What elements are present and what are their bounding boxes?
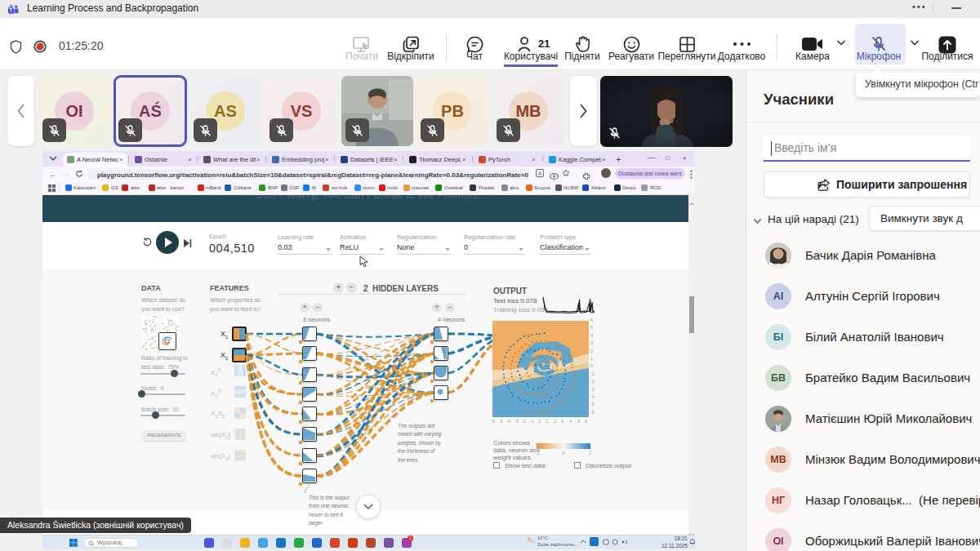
svg-text:T: T <box>9 7 12 12</box>
